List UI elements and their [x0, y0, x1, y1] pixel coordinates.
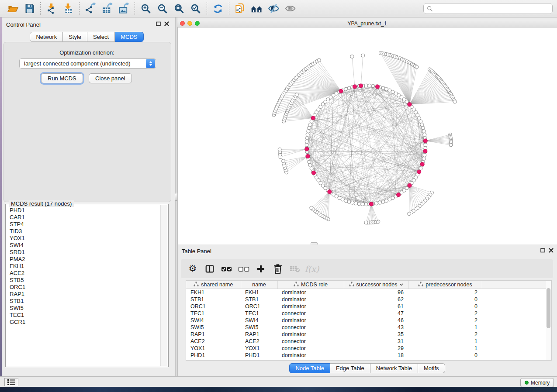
homes-icon[interactable] [249, 2, 265, 16]
table-row[interactable]: PHD1PHD1dominator180 [186, 352, 551, 359]
mcds-result-title: MCDS result (17 nodes) [9, 200, 74, 207]
eye-icon[interactable] [282, 2, 298, 16]
table-toolbar: ⚙f(x) [181, 259, 553, 278]
close-panel-button[interactable]: Close panel [89, 73, 132, 83]
tab-mcds[interactable]: MCDS [115, 32, 143, 42]
export-network-icon[interactable] [82, 2, 99, 16]
open-folder-icon[interactable] [4, 2, 21, 16]
mcds-result-item[interactable]: PHD1 [6, 207, 160, 214]
tab-network-table[interactable]: Network Table [370, 363, 418, 373]
export-table-icon[interactable] [99, 2, 115, 16]
table-panel-title: Table Panel [182, 248, 211, 254]
mcds-result-item[interactable]: GCR1 [6, 319, 160, 326]
table-row[interactable]: ORC1ORC1dominator610 [186, 303, 551, 310]
desktop-wallpaper-bottom [0, 387, 557, 392]
table-row[interactable]: FKH1FKH1dominator962 [186, 289, 551, 296]
toolbar-divider [229, 2, 229, 15]
column-header-predecessor-nodes[interactable]: predecessor nodes [408, 281, 482, 289]
mcds-result-item[interactable]: STB5 [6, 277, 160, 284]
table-row[interactable]: STB1STB1dominator620 [186, 296, 551, 303]
mcds-result-item[interactable]: RAP1 [6, 291, 160, 298]
column-header-name[interactable]: name [241, 281, 277, 289]
search-icon [427, 6, 433, 12]
zoom-fit-icon[interactable] [171, 2, 187, 16]
float-table-panel-icon[interactable] [540, 248, 545, 253]
mcds-result-list[interactable]: PHD1CAR1STP4TID3YOX1SWI4SRD1PMA2FKH1ACE2… [6, 207, 160, 366]
close-table-panel-icon[interactable] [549, 248, 554, 253]
table-settings-icon[interactable]: ⚙ [186, 262, 199, 275]
toolbar-divider [79, 2, 80, 15]
criterion-dropdown[interactable]: largest connected component (undirected) [19, 58, 156, 69]
mcds-result-item[interactable]: ORC1 [6, 284, 160, 291]
import-table-icon[interactable] [60, 2, 76, 16]
run-mcds-button[interactable]: Run MCDS [41, 73, 83, 83]
export-image-icon[interactable] [115, 2, 132, 16]
table-row[interactable]: RAP1RAP1dominator352 [186, 331, 551, 338]
column-header-successor-nodes[interactable]: successor nodes [344, 281, 408, 289]
network-graph-canvas[interactable] [177, 28, 557, 244]
optimization-criterion-label: Optimization criterion: [3, 49, 170, 56]
mcds-result-item[interactable]: TID3 [6, 228, 160, 235]
refresh-icon[interactable] [210, 2, 226, 16]
columns-icon[interactable] [203, 262, 216, 275]
select-all-icon[interactable] [220, 262, 233, 275]
import-network-icon[interactable] [43, 2, 60, 16]
tab-style[interactable]: Style [63, 32, 87, 42]
delete-row-icon[interactable] [271, 262, 284, 275]
tab-edge-table[interactable]: Edge Table [330, 363, 370, 373]
float-panel-icon[interactable] [156, 21, 161, 26]
memory-label: Memory [531, 380, 550, 386]
toolbar-divider [207, 2, 207, 15]
deselect-all-icon[interactable] [237, 262, 250, 275]
table-row[interactable]: ACE2ACE2connector311 [186, 338, 551, 345]
table-row[interactable]: SWI5SWI5connector431 [186, 324, 551, 331]
mcds-result-item[interactable]: STP4 [6, 221, 160, 228]
tree-icon [349, 282, 354, 288]
node-table[interactable]: shared namenameMCDS rolesuccessor nodesp… [186, 280, 552, 361]
tab-network[interactable]: Network [30, 32, 63, 42]
toolbar-divider [135, 2, 135, 15]
function-builder-icon: f(x) [305, 262, 318, 275]
dropdown-stepper-icon [146, 59, 155, 68]
add-row-icon[interactable] [254, 262, 267, 275]
mcds-result-item[interactable]: CAR1 [6, 214, 160, 221]
save-icon[interactable] [21, 2, 38, 16]
mcds-result-item[interactable]: YOX1 [6, 235, 160, 242]
table-row[interactable]: YOX1YOX1connector291 [186, 345, 551, 352]
tab-motifs[interactable]: Motifs [418, 363, 445, 373]
tab-node-table[interactable]: Node Table [289, 363, 330, 373]
mcds-result-item[interactable]: TEC1 [6, 312, 160, 319]
tab-select[interactable]: Select [87, 32, 115, 42]
search-input[interactable] [433, 5, 549, 12]
search-box[interactable] [423, 3, 553, 14]
mcds-list-scrollbar[interactable] [160, 205, 167, 366]
criterion-dropdown-value: largest connected component (undirected) [20, 60, 146, 67]
mcds-result-item[interactable]: PMA2 [6, 256, 160, 263]
network-window-title: YPA_prune.txt_1 [177, 21, 557, 27]
share-document-icon[interactable] [232, 2, 249, 16]
network-window-titlebar[interactable]: YPA_prune.txt_1 [177, 20, 557, 28]
zoom-out-icon[interactable] [154, 2, 171, 16]
task-history-button[interactable] [4, 378, 18, 386]
memory-status-icon [525, 381, 529, 385]
mcds-result-item[interactable]: SWI4 [6, 242, 160, 249]
tree-icon [194, 282, 199, 288]
tree-icon [418, 282, 423, 288]
control-panel-tabs: NetworkStyleSelectMCDS [30, 32, 143, 42]
table-row[interactable]: TEC1TEC1connector472 [186, 310, 551, 317]
mcds-result-item[interactable]: STB1 [6, 298, 160, 305]
table-row[interactable]: SWI4SWI4dominator462 [186, 317, 551, 324]
column-header-MCDS-role[interactable]: MCDS role [277, 281, 344, 289]
memory-button[interactable]: Memory [520, 378, 554, 387]
mcds-result-item[interactable]: SWI5 [6, 305, 160, 312]
column-header-shared-name[interactable]: shared name [186, 281, 241, 289]
zoom-selected-icon[interactable] [187, 2, 204, 16]
close-panel-icon[interactable] [164, 21, 169, 26]
table-scrollbar-thumb[interactable] [547, 288, 550, 328]
hide-graphics-icon[interactable] [265, 2, 282, 16]
mcds-result-item[interactable]: SRD1 [6, 249, 160, 256]
mcds-result-item[interactable]: FKH1 [6, 263, 160, 270]
mcds-result-item[interactable]: ACE2 [6, 270, 160, 277]
main-toolbar [0, 0, 557, 17]
zoom-in-icon[interactable] [138, 2, 154, 16]
